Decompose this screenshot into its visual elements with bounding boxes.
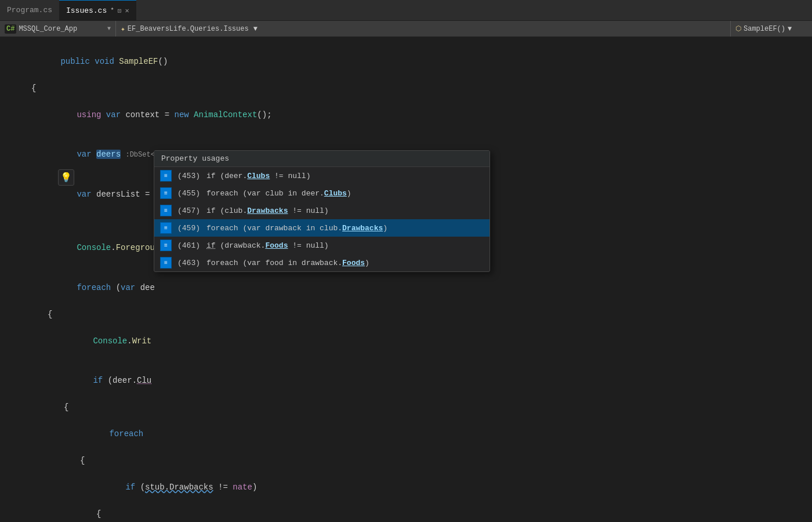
item-text-4: foreach (var drawback in club.Drawbacks): [206, 224, 387, 233]
code-line-15: if (stub.Drawbacks != nate): [0, 467, 812, 507]
code-line-16: {: [0, 507, 812, 521]
line-badge-4: (459): [177, 224, 201, 233]
code-line-12: {: [0, 400, 812, 414]
tab-modified-icon: *: [110, 7, 114, 14]
tab-label-active: Issues.cs: [66, 6, 107, 15]
item-text-6: foreach (var food in drawback.Foods): [206, 259, 369, 267]
method-dropdown[interactable]: ⬡ SampleEF() ▼: [731, 21, 812, 37]
item-text-5: if (drawback.Foods != null): [206, 241, 329, 250]
code-content-14: {: [29, 454, 812, 467]
tooltip-item-5[interactable]: ≡ (461) if (drawback.Foods != null): [154, 237, 490, 254]
list-icon-1: ≡: [160, 170, 172, 182]
tooltip-item-4[interactable]: ≡ (459) foreach (var drawback in club.Dr…: [154, 219, 490, 237]
code-area: public void SampleEF() { using var conte…: [0, 37, 812, 522]
code-content-12: {: [29, 401, 812, 414]
property-usages-popup: Property usages ≡ (453) if (deer.Clubs !…: [154, 150, 490, 272]
tab-issues-cs[interactable]: Issues.cs * ⊡ ✕: [59, 0, 136, 20]
code-line-13: foreach: [0, 414, 812, 454]
list-icon-2: ≡: [160, 187, 172, 199]
tab-program-cs[interactable]: Program.cs: [0, 0, 59, 20]
line-badge-1: (453): [177, 172, 201, 180]
namespace-dropdown[interactable]: ✦ EF_BeaversLife.Queries.Issues ▼: [116, 21, 731, 37]
tooltip-item-6[interactable]: ≡ (463) foreach (var food in drawback.Fo…: [154, 254, 490, 271]
csharp-icon: C#: [5, 24, 16, 34]
list-icon-6: ≡: [160, 257, 172, 269]
tab-pin-icon[interactable]: ⊡: [118, 7, 122, 14]
code-line-10: Console.Writ: [0, 321, 812, 361]
item-text-1: if (deer.Clubs != null): [206, 172, 310, 180]
code-line-8: foreach (var dee: [0, 268, 812, 307]
list-icon-4: ≡: [160, 222, 172, 234]
line-badge-5: (461): [177, 241, 201, 250]
code-content-2: {: [29, 82, 812, 95]
tab-bar: Program.cs Issues.cs * ⊡ ✕: [0, 0, 812, 21]
code-line-3: using var context = new AnimalContext();: [0, 95, 812, 135]
list-icon-3: ≡: [160, 205, 172, 216]
item-text-2: foreach (var club in deer.Clubs): [206, 189, 351, 198]
code-line-1: public void SampleEF(): [0, 42, 812, 81]
line-badge-3: (457): [177, 206, 201, 215]
chevron-down-icon2: ▼: [253, 25, 258, 33]
method-label: SampleEF(): [744, 25, 785, 33]
method-icon: ⬡: [735, 24, 741, 33]
code-content-10: Console.Writ: [29, 322, 812, 360]
code-line-9: {: [0, 307, 812, 321]
chevron-down-icon: ▼: [107, 26, 111, 32]
nav-bar: C# MSSQL_Core_App ▼ ✦ EF_BeaversLife.Que…: [0, 21, 812, 37]
code-content-9: {: [29, 308, 812, 321]
code-content-11: if (deer.Clu: [29, 361, 812, 400]
tooltip-item-1[interactable]: ≡ (453) if (deer.Clubs != null): [154, 167, 490, 184]
code-content-16: {: [29, 507, 812, 520]
namespace-label: EF_BeaversLife.Queries.Issues: [128, 25, 249, 33]
list-icon-5: ≡: [160, 240, 172, 251]
code-content-15: if (stub.Drawbacks != nate): [29, 468, 812, 506]
chevron-down-icon3: ▼: [788, 25, 792, 33]
code-line-2: {: [0, 81, 812, 95]
code-content-3: using var context = new AnimalContext();: [29, 96, 812, 134]
project-dropdown[interactable]: C# MSSQL_Core_App ▼: [0, 21, 116, 37]
code-content-13: foreach: [29, 415, 812, 453]
line-badge-2: (455): [177, 189, 201, 198]
line-badge-6: (463): [177, 259, 201, 267]
lightbulb-button[interactable]: 💡: [58, 169, 74, 186]
tab-close-icon[interactable]: ✕: [125, 6, 129, 15]
namespace-icon: ✦: [121, 24, 125, 34]
code-line-14: {: [0, 454, 812, 467]
tooltip-item-2[interactable]: ≡ (455) foreach (var club in deer.Clubs): [154, 184, 490, 202]
project-name: MSSQL_Core_App: [19, 25, 77, 33]
item-text-3: if (club.Drawbacks != null): [206, 206, 329, 215]
code-line-11: if (deer.Clu: [0, 361, 812, 400]
tooltip-title: Property usages: [154, 151, 490, 167]
lightbulb-icon: 💡: [60, 172, 72, 183]
tab-label: Program.cs: [7, 6, 52, 14]
code-content-1: public void SampleEF(): [29, 42, 812, 81]
tooltip-item-3[interactable]: ≡ (457) if (club.Drawbacks != null): [154, 202, 490, 219]
code-content-8: foreach (var dee: [29, 269, 812, 307]
